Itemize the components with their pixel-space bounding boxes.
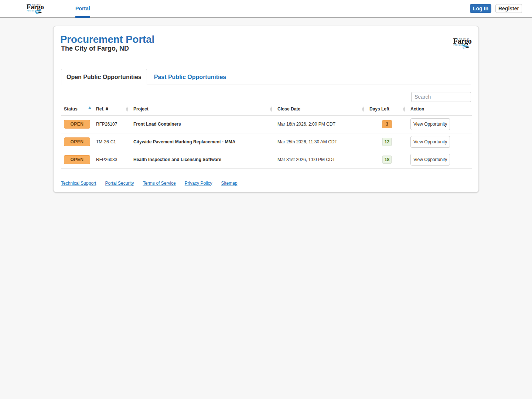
svg-text:Fargo: Fargo <box>453 37 471 45</box>
svg-text:Fargo: Fargo <box>27 3 44 11</box>
